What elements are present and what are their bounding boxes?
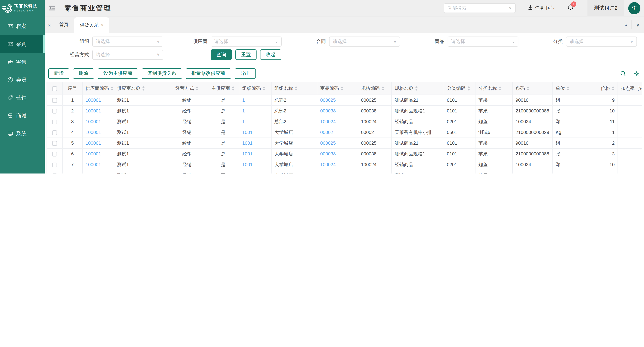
tabs-scroll-right-icon[interactable]: » [620, 22, 632, 28]
sort-caret-icon[interactable] [382, 86, 384, 90]
function-search-select[interactable]: 功能搜索 ∨ [444, 3, 516, 13]
cell-link[interactable]: 000038 [320, 108, 336, 114]
sort-caret-icon[interactable] [499, 86, 502, 90]
select-placeholder: 请选择 [96, 38, 157, 45]
cell-link[interactable]: 1 [242, 108, 245, 114]
column-header-供应商编码[interactable]: 供应商编码 [82, 82, 114, 95]
cell-link[interactable]: 100001 [86, 151, 101, 157]
cell-link[interactable]: 1001 [242, 130, 252, 135]
row-checkbox[interactable] [52, 152, 57, 157]
cell-link[interactable]: 1 [242, 97, 245, 103]
sidebar-item-零售[interactable]: 零售 [0, 53, 45, 71]
toolbar-button-导出[interactable]: 导出 [234, 68, 256, 79]
sidebar-item-会员[interactable]: 会员 [0, 71, 45, 89]
column-header-供应商名称[interactable]: 供应商名称 [114, 82, 167, 95]
sidebar-item-档案[interactable]: 档案 [0, 17, 45, 35]
tab-首页[interactable]: 首页 [54, 17, 74, 33]
sort-caret-icon[interactable] [262, 86, 266, 90]
cell-link[interactable]: 000025 [320, 140, 336, 146]
query-button[interactable]: 查询 [211, 50, 232, 60]
column-header-主供应商[interactable]: 主供应商 [207, 82, 239, 95]
cell-link[interactable]: 100001 [86, 119, 101, 124]
filter-select-供应商[interactable]: 请选择∨ [211, 37, 282, 47]
cell-link[interactable]: 100001 [86, 173, 101, 174]
brand-logo-block[interactable]: 飞百轮科技 FEIBAILUN [0, 0, 45, 16]
cell-link[interactable]: 100024 [320, 162, 336, 167]
notification-button[interactable]: 1 [567, 4, 574, 12]
sort-caret-icon[interactable] [142, 86, 145, 90]
column-header-规格名称[interactable]: 规格名称 [392, 82, 444, 95]
toolbar-button-删除[interactable]: 删除 [73, 68, 94, 79]
cell-link[interactable]: 00002 [320, 130, 333, 135]
tabs-menu-icon[interactable]: ∨ [632, 22, 644, 28]
sort-caret-icon[interactable] [340, 86, 344, 90]
cell-link[interactable]: 100001 [86, 130, 101, 135]
cell-link[interactable]: 1001 [242, 140, 252, 146]
row-checkbox[interactable] [52, 98, 57, 103]
column-header-组织编码[interactable]: 组织编码 [239, 82, 271, 95]
filter-select-商品[interactable]: 请选择∨ [448, 37, 518, 47]
sidebar-fold-icon[interactable] [48, 5, 56, 12]
cell-link[interactable]: 1 [242, 119, 245, 124]
row-checkbox[interactable] [52, 130, 57, 135]
tenant-selector[interactable]: 测试租户2 [588, 0, 624, 16]
tab-close-icon[interactable]: × [101, 23, 104, 28]
sort-caret-icon[interactable] [415, 86, 418, 90]
toolbar-button-新增[interactable]: 新增 [48, 68, 70, 79]
reset-button[interactable]: 重置 [236, 50, 256, 60]
sort-caret-icon[interactable] [232, 86, 235, 90]
column-header-规格编码[interactable]: 规格编码 [358, 82, 392, 95]
sort-caret-icon[interactable] [467, 86, 470, 90]
cell-link[interactable]: 100001 [86, 108, 101, 114]
sidebar-item-采购[interactable]: 采购 [0, 35, 45, 53]
sort-caret-icon[interactable] [196, 86, 198, 90]
cell-link[interactable]: 100024 [320, 119, 336, 124]
sort-caret-icon[interactable] [567, 86, 570, 90]
filter-select-经营方式[interactable]: 请选择∨ [92, 50, 163, 60]
row-checkbox[interactable] [52, 120, 57, 124]
sort-caret-icon[interactable] [527, 86, 530, 90]
column-header-单位[interactable]: 单位 [552, 82, 586, 95]
cell-link[interactable]: 000025 [320, 97, 336, 103]
toolbar-button-设为主供应商[interactable]: 设为主供应商 [98, 68, 138, 79]
cell-link[interactable]: 100001 [86, 140, 101, 146]
row-checkbox[interactable] [52, 141, 57, 146]
sort-caret-icon[interactable] [612, 86, 615, 90]
column-header-经营方式[interactable]: 经营方式 [167, 82, 207, 95]
tab-供货关系[interactable]: 供货关系× [74, 17, 109, 33]
column-header-分类名称[interactable]: 分类名称 [475, 82, 512, 95]
filter-select-分类[interactable]: 请选择∨ [566, 37, 637, 47]
row-checkbox[interactable] [52, 173, 57, 174]
cell-link[interactable]: 1001 [242, 151, 252, 157]
cell-link[interactable]: 100001 [86, 97, 101, 103]
toolbar-button-复制供货关系[interactable]: 复制供货关系 [142, 68, 182, 79]
sidebar-item-商城[interactable]: 商城 [0, 107, 45, 125]
collapse-filters-button[interactable]: 收起 [260, 50, 281, 60]
cell-link[interactable]: 1001 [242, 173, 252, 174]
row-checkbox[interactable] [52, 163, 57, 167]
table-settings-gear-icon[interactable] [633, 70, 640, 77]
sidebar-item-系统[interactable]: 系统 [0, 125, 45, 143]
cell-link[interactable]: 1001 [242, 162, 252, 167]
sort-caret-icon[interactable] [295, 86, 298, 90]
column-header-条码[interactable]: 条码 [512, 82, 552, 95]
user-avatar[interactable]: 李 [628, 2, 640, 14]
sort-caret-icon[interactable] [110, 86, 114, 90]
cell-link[interactable]: 000038 [320, 151, 336, 157]
task-center-button[interactable]: 任务中心 [528, 5, 554, 11]
column-header-分类编码[interactable]: 分类编码 [444, 82, 475, 95]
cell-link[interactable]: 100027 [320, 173, 336, 174]
column-header-商品编码[interactable]: 商品编码 [317, 82, 358, 95]
row-select-cell [47, 138, 62, 148]
column-header-价格[interactable]: 价格 [586, 82, 618, 95]
sidebar-item-营销[interactable]: 营销 [0, 89, 45, 107]
row-checkbox[interactable] [52, 109, 57, 114]
select-all-checkbox[interactable] [52, 86, 57, 91]
filter-select-合同[interactable]: 请选择∨ [329, 37, 400, 47]
column-header-组织名称[interactable]: 组织名称 [271, 82, 317, 95]
cell-link[interactable]: 100001 [86, 162, 101, 167]
tabs-scroll-left-icon[interactable]: « [45, 22, 54, 28]
filter-select-组织[interactable]: 请选择∨ [92, 37, 163, 47]
toolbar-button-批量修改供应商[interactable]: 批量修改供应商 [186, 68, 231, 79]
table-search-icon[interactable] [620, 70, 626, 77]
